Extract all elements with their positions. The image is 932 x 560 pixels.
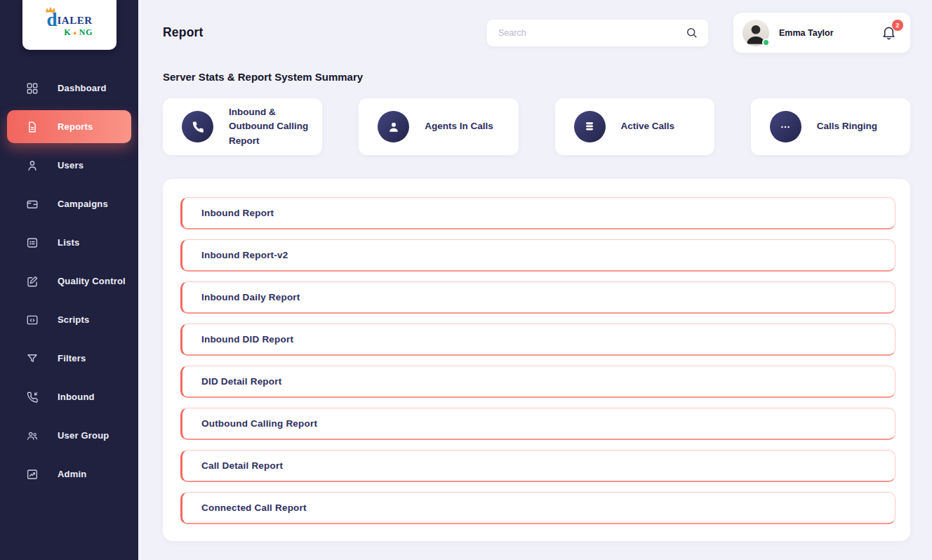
sidebar-item-user-group[interactable]: User Group [0,416,138,455]
logo-text-ialer: IALER [58,15,93,27]
sidebar-item-label: Lists [58,237,79,248]
search-bar[interactable] [487,20,708,46]
section-title: Server Stats & Report System Summary [163,71,910,83]
stat-cards-row: Inbound & Outbound Calling Report Agents… [163,98,910,155]
user-profile-card[interactable]: Emma Taylor 2 [733,13,910,53]
stat-card-agents-in-calls[interactable]: Agents In Calls [359,98,518,155]
report-link-label: Inbound Report [201,208,274,218]
sidebar-menu: Dashboard Reports Users Campaigns [0,69,138,493]
crown-icon [45,6,56,13]
agent-icon [378,111,409,142]
sidebar-item-label: Scripts [58,314,89,325]
report-link-label: Connected Call Report [201,502,307,513]
logo-orange-mark-icon: ▲ [72,29,79,36]
sidebar-item-label: Quality Control [58,276,126,286]
notification-bell-icon[interactable]: 2 [881,25,898,41]
report-link-outbound-calling-report[interactable]: Outbound Calling Report [180,408,896,440]
notification-badge: 2 [892,20,903,31]
stat-card-active-calls[interactable]: Active Calls [555,98,714,155]
ellipsis-icon [770,111,801,142]
sidebar-item-label: Filters [58,353,86,364]
report-link-inbound-daily-report[interactable]: Inbound Daily Report [180,281,896,314]
sidebar-item-label: Admin [58,469,86,479]
stat-card-calls-ringing[interactable]: Calls Ringing [751,98,910,155]
edit-icon [26,275,39,288]
sidebar-item-label: Reports [58,121,93,132]
wallet-icon [26,198,39,211]
funnel-icon [26,352,39,365]
document-icon [26,121,39,133]
list-icon [26,236,39,249]
sidebar-item-label: User Group [58,430,109,441]
report-list-panel: Inbound Report Inbound Report-v2 Inbound… [163,179,910,541]
sidebar-item-quality-control[interactable]: Quality Control [0,262,138,300]
logo-text-ng: NG [79,27,93,38]
sidebar-item-admin[interactable]: Admin [0,455,138,493]
logo-text-k: K [64,27,71,38]
stat-card-inbound-outbound[interactable]: Inbound & Outbound Calling Report [163,98,322,155]
grid-icon [26,82,39,95]
report-link-connected-call-report[interactable]: Connected Call Report [180,492,896,524]
report-link-did-detail-report[interactable]: DID Detail Report [180,366,896,398]
main-content: Report Emma Taylor 2 [138,0,932,560]
sidebar-item-scripts[interactable]: Scripts [0,300,138,339]
sidebar-item-label: Users [58,160,84,171]
sidebar-item-dashboard[interactable]: Dashboard [0,69,138,107]
report-link-inbound-did-report[interactable]: Inbound DID Report [180,324,896,356]
page-title: Report [163,25,204,40]
sidebar-item-label: Inbound [58,392,95,402]
report-link-label: Inbound Daily Report [201,292,300,302]
stat-card-label: Calls Ringing [817,119,877,133]
app-window: d IALER K ▲ NG Dashboard Reports [0,0,932,560]
sidebar-item-users[interactable]: Users [0,146,138,185]
top-bar: Report Emma Taylor 2 [163,13,910,53]
brand-logo[interactable]: d IALER K ▲ NG [22,0,116,50]
stat-card-label: Agents In Calls [425,119,493,133]
sidebar-item-lists[interactable]: Lists [0,223,138,262]
report-link-label: Call Detail Report [201,460,283,471]
report-link-inbound-report-v2[interactable]: Inbound Report-v2 [180,239,896,272]
stat-card-label: Active Calls [621,119,675,133]
report-link-inbound-report[interactable]: Inbound Report [180,197,896,229]
search-input[interactable] [498,28,685,38]
sidebar-item-filters[interactable]: Filters [0,339,138,378]
phone-icon [182,111,213,142]
chart-box-icon [26,468,39,481]
sidebar-item-label: Dashboard [58,83,107,93]
sidebar-item-reports[interactable]: Reports [7,110,131,143]
stat-card-label: Inbound & Outbound Calling Report [229,105,312,148]
report-link-label: Outbound Calling Report [201,418,317,429]
sidebar-item-inbound[interactable]: Inbound [0,378,138,416]
user-name: Emma Taylor [779,28,834,38]
report-link-call-detail-report[interactable]: Call Detail Report [180,450,896,482]
stack-icon [574,111,606,142]
report-link-label: DID Detail Report [201,376,281,387]
phone-incoming-icon [26,391,39,404]
code-window-icon [26,314,39,326]
sidebar-item-label: Campaigns [58,199,108,209]
online-status-dot [762,39,770,46]
report-link-label: Inbound Report-v2 [201,250,288,260]
logo-letter-d: d [46,12,57,28]
sidebar: d IALER K ▲ NG Dashboard Reports [0,0,138,560]
report-link-label: Inbound DID Report [201,334,293,345]
search-icon[interactable] [685,26,698,39]
person-icon [26,159,39,172]
sidebar-item-campaigns[interactable]: Campaigns [0,185,138,223]
user-group-icon [26,429,39,442]
